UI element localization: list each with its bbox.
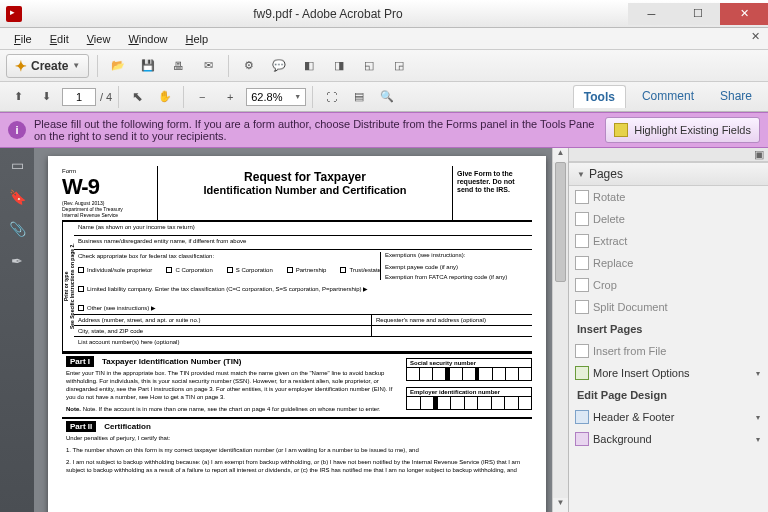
ein-field[interactable]: Employer identification number [406, 387, 532, 410]
tab-share[interactable]: Share [710, 85, 762, 108]
form-number: W-9 [62, 174, 153, 200]
business-field[interactable]: Business name/disregarded entity name, i… [74, 236, 532, 250]
tool4-icon[interactable]: ◲ [387, 54, 411, 78]
checkbox-llc[interactable]: Limited liability company. Enter the tax… [78, 281, 528, 292]
page-down-icon[interactable]: ⬇ [34, 85, 58, 109]
hand-icon[interactable]: ✋ [153, 85, 177, 109]
exempt-payee-field[interactable]: Exempt payee code (if any) [385, 264, 530, 270]
part2-label: Part II [66, 421, 96, 432]
form-message: Please fill out the following form. If y… [34, 118, 597, 142]
zoom-select[interactable]: 62.8%▼ [246, 88, 306, 106]
city-field[interactable]: City, state, and ZIP code [74, 326, 372, 336]
window-title: fw9.pdf - Adobe Acrobat Pro [28, 7, 628, 21]
zoom-out-icon[interactable]: − [190, 85, 214, 109]
comment-icon[interactable]: 💬 [267, 54, 291, 78]
replace-button[interactable]: Replace [569, 252, 768, 274]
scrollbar-thumb[interactable] [555, 162, 566, 282]
close-doc-icon[interactable]: ✕ [751, 30, 760, 43]
requester-field[interactable]: Requester's name and address (optional) [372, 315, 532, 325]
crop-button[interactable]: Crop [569, 274, 768, 296]
checkbox-other[interactable]: Other (see instructions) ▶ [78, 300, 528, 311]
menu-help[interactable]: Help [178, 31, 217, 47]
checkbox-trust[interactable]: Trust/estate [340, 267, 380, 273]
account-field[interactable]: List account number(s) here (optional) [74, 337, 532, 351]
page-up-icon[interactable]: ⬆ [6, 85, 30, 109]
address-field[interactable]: Address (number, street, and apt. or sui… [74, 315, 372, 325]
part1-label: Part I [66, 356, 94, 367]
save-icon[interactable]: 💾 [136, 54, 160, 78]
tool1-icon[interactable]: ◧ [297, 54, 321, 78]
attachments-icon[interactable]: 📎 [8, 220, 26, 238]
page-number-input[interactable] [62, 88, 96, 106]
tool3-icon[interactable]: ◱ [357, 54, 381, 78]
tab-comment[interactable]: Comment [632, 85, 704, 108]
tab-tools[interactable]: Tools [573, 85, 626, 108]
thumbnails-icon[interactable]: ▭ [8, 156, 26, 174]
signatures-icon[interactable]: ✒ [8, 252, 26, 270]
close-button[interactable]: ✕ [720, 3, 768, 25]
chevron-down-icon: ▼ [72, 61, 80, 70]
extract-button[interactable]: Extract [569, 230, 768, 252]
create-label: Create [31, 59, 68, 73]
checkbox-individual[interactable]: Individual/sole proprietor [78, 267, 152, 273]
header-footer-button[interactable]: Header & Footer▾ [569, 406, 768, 428]
name-field[interactable]: Name (as shown on your income tax return… [74, 222, 532, 236]
checkbox-ccorp[interactable]: C Corporation [166, 267, 212, 273]
insert-from-file-button[interactable]: Insert from File [569, 340, 768, 362]
fit-icon[interactable]: ⛶ [319, 85, 343, 109]
split-button[interactable]: Split Document [569, 296, 768, 318]
background-button[interactable]: Background▾ [569, 428, 768, 450]
open-icon[interactable]: 📂 [106, 54, 130, 78]
section-pages[interactable]: ▼Pages [569, 162, 768, 186]
highlight-icon [614, 123, 628, 137]
edit-page-header: Edit Page Design [569, 384, 768, 406]
print-icon[interactable]: 🖶 [166, 54, 190, 78]
zoom-in-icon[interactable]: + [218, 85, 242, 109]
more-insert-button[interactable]: More Insert Options▾ [569, 362, 768, 384]
pointer-icon[interactable]: ⬉ [125, 85, 149, 109]
create-button[interactable]: ✦ Create ▼ [6, 54, 89, 78]
delete-button[interactable]: Delete [569, 208, 768, 230]
pdf-page: Form W-9 (Rev. August 2013) Department o… [48, 156, 546, 512]
maximize-button[interactable]: ☐ [674, 3, 720, 25]
gear-icon[interactable]: ⚙ [237, 54, 261, 78]
info-icon: i [8, 121, 26, 139]
give-form-note: Give Form to the requester. Do not send … [452, 166, 532, 220]
insert-pages-header: Insert Pages [569, 318, 768, 340]
minimize-button[interactable]: ─ [628, 3, 674, 25]
menu-file[interactable]: File [6, 31, 40, 47]
search-icon[interactable]: 🔍 [375, 85, 399, 109]
side-instructions: Print or typeSee Specific Instructions o… [62, 222, 74, 351]
menu-edit[interactable]: Edit [42, 31, 77, 47]
tool2-icon[interactable]: ◨ [327, 54, 351, 78]
checkbox-partnership[interactable]: Partnership [287, 267, 327, 273]
highlight-fields-button[interactable]: Highlight Existing Fields [605, 117, 760, 143]
plus-icon: ✦ [15, 58, 27, 74]
vertical-scrollbar[interactable]: ▲ ▼ [552, 148, 568, 512]
layout-icon[interactable]: ▤ [347, 85, 371, 109]
fatca-field[interactable]: Exemption from FATCA reporting code (if … [385, 274, 530, 280]
rotate-button[interactable]: Rotate [569, 186, 768, 208]
checkbox-scorp[interactable]: S Corporation [227, 267, 273, 273]
menu-window[interactable]: Window [120, 31, 175, 47]
form-title-1: Request for Taxpayer [162, 170, 448, 184]
ssn-field[interactable]: Social security number [406, 358, 532, 381]
form-title-2: Identification Number and Certification [162, 184, 448, 196]
bookmarks-icon[interactable]: 🔖 [8, 188, 26, 206]
app-icon [6, 6, 22, 22]
page-total: / 4 [100, 91, 112, 103]
panel-menu-icon[interactable]: ▣ [754, 148, 764, 161]
menu-view[interactable]: View [79, 31, 119, 47]
highlight-label: Highlight Existing Fields [634, 124, 751, 136]
email-icon[interactable]: ✉ [196, 54, 220, 78]
